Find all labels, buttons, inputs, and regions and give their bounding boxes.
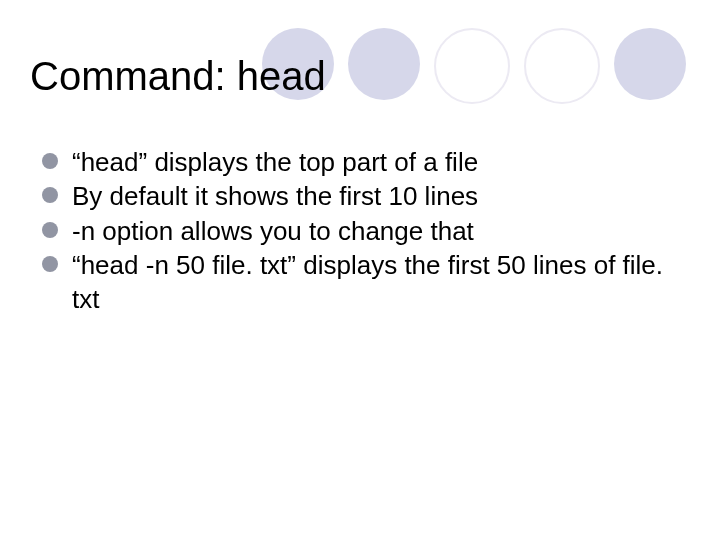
slide-body: “head” displays the top part of a file B…: [42, 145, 680, 317]
circle-decor: [524, 28, 600, 104]
circle-decor: [614, 28, 686, 100]
slide-title: Command: head: [30, 54, 326, 98]
list-item: -n option allows you to change that: [42, 214, 680, 248]
list-item: By default it shows the first 10 lines: [42, 179, 680, 213]
bullet-list: “head” displays the top part of a file B…: [42, 145, 680, 317]
circle-decor: [434, 28, 510, 104]
list-item: “head” displays the top part of a file: [42, 145, 680, 179]
list-item: “head -n 50 file. txt” displays the firs…: [42, 248, 680, 317]
slide: Command: head “head” displays the top pa…: [0, 0, 720, 540]
circle-decor: [348, 28, 420, 100]
